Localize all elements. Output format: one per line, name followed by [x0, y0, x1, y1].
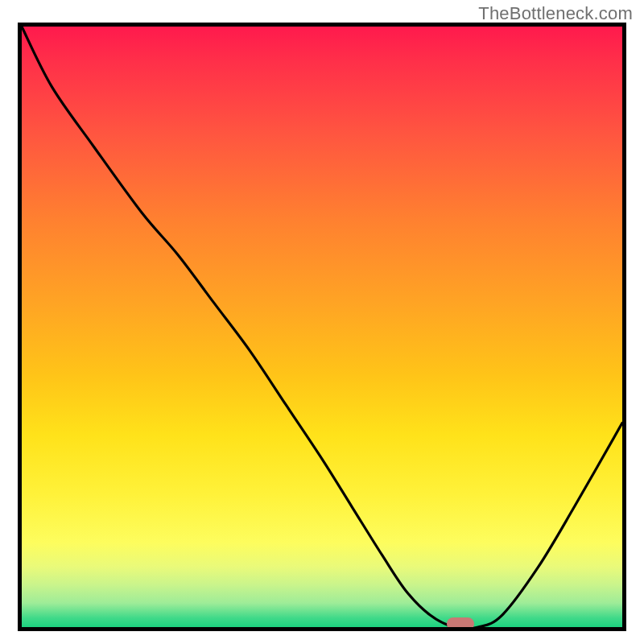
curve-svg	[22, 27, 622, 627]
watermark-text: TheBottleneck.com	[478, 3, 633, 24]
optimum-marker	[447, 617, 474, 630]
chart-container: TheBottleneck.com	[0, 0, 644, 644]
bottleneck-curve	[22, 27, 622, 627]
plot-frame	[18, 23, 626, 631]
